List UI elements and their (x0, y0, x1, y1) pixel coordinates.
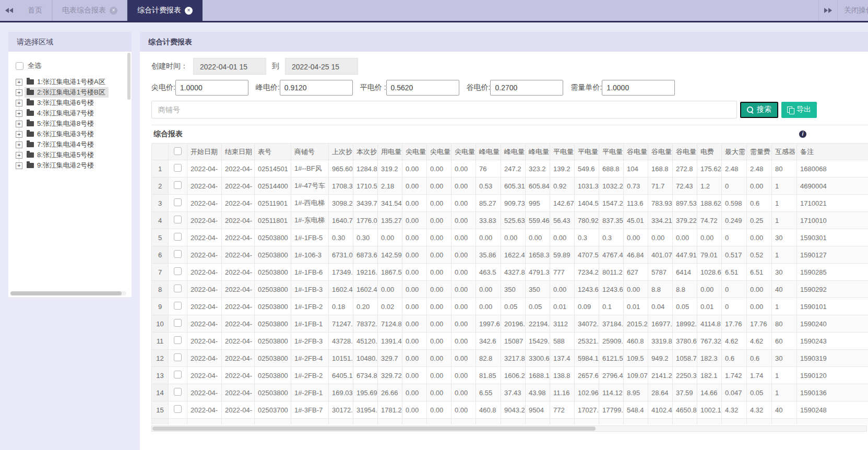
expand-plus-icon[interactable] (16, 89, 22, 96)
tree-node[interactable]: 9:张江集电港2号楼 (25, 160, 97, 171)
date-to-input[interactable]: 2022-04-25 15 (285, 58, 358, 75)
table-cell: 56.43 (550, 212, 575, 229)
row-checkbox[interactable] (174, 181, 182, 189)
tree-item[interactable]: 5:张江集电港8号楼 (16, 119, 127, 129)
close-tab-icon[interactable] (110, 7, 117, 15)
row-checkbox[interactable] (174, 405, 182, 413)
area-sidebar: 请选择区域 全选 1:张江集电港1号楼A区2:张江集电港1号楼B区3:张江集电港… (8, 32, 132, 450)
expand-plus-icon[interactable] (16, 100, 22, 106)
row-checkbox[interactable] (174, 353, 182, 361)
row-checkbox[interactable] (174, 216, 182, 223)
row-checkbox[interactable] (174, 233, 182, 241)
date-from-input[interactable]: 2022-04-01 15 (193, 58, 266, 75)
tree-item[interactable]: 7:张江集电港4号楼 (16, 139, 127, 150)
scroll-tabs-left-icon[interactable] (0, 0, 18, 21)
tree-item[interactable]: 6:张江集电港3号楼 (16, 129, 127, 139)
table-cell: 2022-04- (187, 195, 222, 212)
search-button[interactable]: 搜索 (740, 102, 778, 118)
row-checkbox[interactable] (174, 371, 182, 378)
tree-node[interactable]: 5:张江集电港8号楼 (25, 119, 97, 129)
row-checkbox[interactable] (174, 388, 182, 396)
table-cell: 0.3 (575, 229, 599, 246)
table-cell: 1680068 (797, 160, 868, 177)
shop-number-input[interactable] (151, 101, 737, 119)
tree-node[interactable]: 7:张江集电港4号楼 (25, 139, 97, 150)
sharp-price-input[interactable] (175, 80, 248, 96)
select-all-rows-checkbox[interactable] (174, 147, 182, 155)
panel-info-icon[interactable] (799, 131, 806, 138)
table-cell: 2022-04- (222, 264, 255, 281)
scrollbar-thumb[interactable] (10, 291, 122, 295)
select-all-checkbox[interactable] (16, 62, 23, 70)
table-cell: 0.00 (476, 281, 501, 298)
valley-price-input[interactable] (490, 80, 563, 96)
tree-item[interactable]: 8:张江集电港5号楼 (16, 150, 127, 160)
peak-price-input[interactable] (280, 80, 353, 96)
row-index-cell: 13 (152, 367, 169, 384)
topbar-right-controls: 关闭操作 (818, 0, 868, 21)
tree-node[interactable]: 1:张江集电港1号楼A区 (25, 77, 109, 87)
tree-item[interactable]: 9:张江集电港2号楼 (16, 160, 127, 171)
scrollbar-thumb[interactable] (152, 427, 596, 431)
sidebar-vertical-scrollbar[interactable] (127, 53, 130, 100)
close-tab-icon[interactable] (185, 7, 193, 15)
column-header: 互感器 (772, 144, 797, 160)
close-operations-menu[interactable]: 关闭操作 (838, 0, 868, 21)
table-cell: 0.05 (747, 384, 772, 401)
table-cell: 1#-47号车 (291, 177, 329, 195)
tree-node[interactable]: 2:张江集电港1号楼B区 (25, 87, 109, 98)
table-cell: 2022-04- (222, 367, 255, 384)
scroll-tabs-right-icon[interactable] (819, 0, 837, 21)
expand-plus-icon[interactable] (16, 152, 22, 159)
table-cell: 0.047 (722, 384, 747, 401)
select-all-row[interactable]: 全选 (16, 61, 127, 70)
table-cell: 37.43 (501, 384, 526, 401)
tree-item[interactable]: 2:张江集电港1号楼B区 (16, 87, 127, 98)
table-cell: 6.51 (747, 264, 772, 281)
tree-node[interactable]: 3:张江集电港6号楼 (25, 98, 97, 108)
row-checkbox[interactable] (174, 302, 182, 310)
expand-plus-icon[interactable] (16, 131, 22, 138)
column-header: 平电量 (575, 144, 599, 160)
table-cell: 34072. (575, 315, 599, 333)
table-row: 22022-04-2022-04-025144001#-47号车1708.317… (152, 177, 868, 195)
row-checkbox[interactable] (174, 164, 182, 172)
expand-plus-icon[interactable] (16, 162, 22, 169)
tab-billing-report[interactable]: 综合计费报表 (127, 0, 203, 21)
expand-plus-icon[interactable] (16, 79, 22, 86)
tree-node[interactable]: 4:张江集电港7号楼 (25, 108, 97, 119)
row-checkbox[interactable] (174, 250, 182, 258)
table-cell (575, 419, 599, 425)
tab-home[interactable]: 首页 (18, 0, 52, 21)
column-header: 用电量 (378, 144, 402, 160)
table-cell: 71.7 (648, 177, 673, 195)
expand-plus-icon[interactable] (16, 110, 22, 117)
expand-plus-icon[interactable] (16, 141, 22, 148)
table-cell: 1776.0 (353, 212, 378, 229)
table-cell: 605.31 (501, 177, 526, 195)
table-cell: 0.00 (427, 298, 451, 315)
table-cell: 0.00 (624, 281, 648, 298)
table-cell: 0.3 (599, 229, 624, 246)
row-checkbox[interactable] (174, 285, 182, 292)
tree-node[interactable]: 6:张江集电港3号楼 (25, 129, 97, 139)
tree-node[interactable]: 8:张江集电港5号楼 (25, 150, 97, 160)
table-cell: 1602.4 (329, 281, 353, 298)
table-cell (722, 419, 747, 425)
table-cell: 2022-04- (187, 281, 222, 298)
table-cell: 447.91 (673, 246, 697, 264)
tree-item[interactable]: 4:张江集电港7号楼 (16, 108, 127, 119)
expand-plus-icon[interactable] (16, 121, 22, 127)
row-checkbox[interactable] (174, 336, 182, 344)
row-checkbox[interactable] (174, 319, 182, 327)
table-cell: 139.2 (550, 160, 575, 177)
demand-price-input[interactable] (602, 80, 675, 96)
tree-item[interactable]: 3:张江集电港6号楼 (16, 98, 127, 108)
tree-item[interactable]: 1:张江集电港1号楼A区 (16, 77, 127, 87)
row-checkbox[interactable] (174, 198, 182, 206)
export-button[interactable]: 导出 (781, 102, 817, 118)
folder-icon (27, 163, 34, 168)
row-checkbox[interactable] (174, 267, 182, 275)
flat-price-input[interactable] (386, 80, 459, 96)
tab-meter-report[interactable]: 电表综合报表 (52, 0, 127, 21)
